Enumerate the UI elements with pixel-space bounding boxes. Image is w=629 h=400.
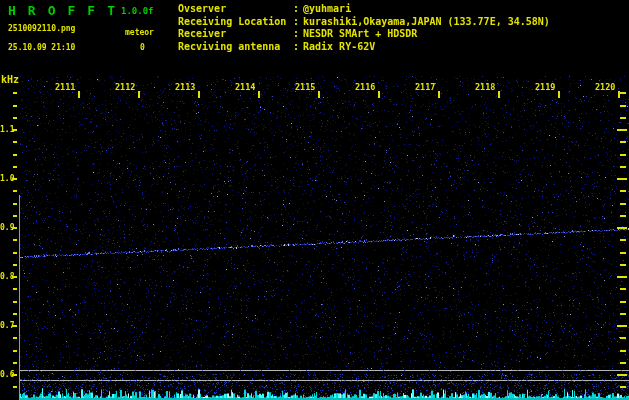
y-minor-tick-left: [13, 337, 17, 339]
y-tick-label-1.0: 1.0: [0, 174, 12, 183]
y-tick-label-1.1: 1.1: [0, 125, 12, 134]
output-filename: 2510092110.png: [8, 24, 75, 33]
info-label: Receiving Location: [178, 16, 293, 29]
info-colon: :: [293, 41, 303, 54]
y-major-tick-right: [617, 227, 627, 229]
info-label: Ovserver: [178, 3, 293, 16]
y-minor-tick-left: [13, 264, 17, 266]
y-minor-tick-left: [13, 166, 17, 168]
y-tick-label-0.6: 0.6: [0, 370, 12, 379]
x-tick-mark: [138, 91, 140, 98]
info-value: NESDR SMArt + HDSDR: [303, 28, 417, 41]
y-axis-unit-label: kHz: [1, 74, 19, 85]
info-colon: :: [293, 3, 303, 16]
y-minor-tick-right: [620, 105, 626, 107]
datetime-label: 25.10.09 21:10: [8, 43, 75, 52]
info-row-antenna: Recviving antenna:Radix RY-62V: [178, 41, 550, 54]
y-minor-tick-left: [13, 105, 17, 107]
y-minor-tick-left: [13, 239, 17, 241]
y-minor-tick-right: [620, 203, 626, 205]
x-tick-mark: [438, 91, 440, 98]
x-tick-mark: [318, 91, 320, 98]
y-minor-tick-right: [620, 252, 626, 254]
y-minor-tick-left: [13, 301, 17, 303]
y-minor-tick-right: [620, 239, 626, 241]
x-tick-mark: [258, 91, 260, 98]
y-minor-tick-left: [13, 141, 17, 143]
info-row-location: Receiving Location:kurashiki,Okayama,JAP…: [178, 16, 550, 29]
y-tick-label-0.8: 0.8: [0, 272, 12, 281]
info-colon: :: [293, 28, 303, 41]
y-major-tick-right: [617, 178, 627, 180]
y-minor-tick-left: [13, 362, 17, 364]
info-label: Receiver: [178, 28, 293, 41]
y-minor-tick-left: [13, 386, 17, 388]
y-minor-tick-left: [13, 288, 17, 290]
event-count: 0: [140, 43, 145, 52]
info-label: Recviving antenna: [178, 41, 293, 54]
spectrogram-canvas: [0, 0, 629, 400]
y-tick-label-0.7: 0.7: [0, 321, 12, 330]
y-tick-label-0.9: 0.9: [0, 223, 12, 232]
app-version: 1.0.0f: [121, 6, 154, 16]
app-title: HROFFT: [8, 3, 127, 18]
y-minor-tick-right: [620, 337, 626, 339]
y-minor-tick-left: [13, 215, 17, 217]
y-minor-tick-right: [620, 215, 626, 217]
y-major-tick-right: [617, 129, 627, 131]
y-major-tick-right: [617, 325, 627, 327]
y-minor-tick-left: [13, 117, 17, 119]
y-minor-tick-right: [620, 288, 626, 290]
y-minor-tick-left: [13, 350, 17, 352]
mode-label: meteor: [125, 28, 154, 37]
hrofft-window: HROFFT 1.0.0f 2510092110.png meteor 25.1…: [0, 0, 629, 400]
y-minor-tick-right: [620, 350, 626, 352]
y-minor-tick-left: [13, 154, 17, 156]
y-minor-tick-right: [620, 141, 626, 143]
x-tick-mark: [378, 91, 380, 98]
station-info: Ovserver:@yuhmari Receiving Location:kur…: [178, 3, 550, 53]
y-minor-tick-left: [13, 252, 17, 254]
x-tick-mark: [198, 91, 200, 98]
info-value: Radix RY-62V: [303, 41, 375, 54]
y-minor-tick-left: [13, 92, 17, 94]
y-major-tick-right: [617, 374, 627, 376]
y-minor-tick-left: [13, 190, 17, 192]
info-colon: :: [293, 16, 303, 29]
info-row-receiver: Receiver:NESDR SMArt + HDSDR: [178, 28, 550, 41]
y-minor-tick-right: [620, 301, 626, 303]
y-major-tick-right: [617, 276, 627, 278]
y-minor-tick-right: [620, 190, 626, 192]
info-row-observer: Ovserver:@yuhmari: [178, 3, 550, 16]
y-minor-tick-right: [620, 117, 626, 119]
info-value: @yuhmari: [303, 3, 351, 16]
y-minor-tick-right: [620, 166, 626, 168]
x-tick-mark: [558, 91, 560, 98]
y-minor-tick-left: [13, 203, 17, 205]
y-minor-tick-left: [13, 313, 17, 315]
x-tick-mark: [498, 91, 500, 98]
info-value: kurashiki,Okayama,JAPAN (133.77E, 34.58N…: [303, 16, 550, 29]
y-minor-tick-right: [620, 264, 626, 266]
y-minor-tick-right: [620, 313, 626, 315]
y-minor-tick-right: [620, 92, 626, 94]
y-minor-tick-right: [620, 154, 626, 156]
y-minor-tick-right: [620, 386, 626, 388]
x-tick-mark: [78, 91, 80, 98]
y-minor-tick-right: [620, 362, 626, 364]
